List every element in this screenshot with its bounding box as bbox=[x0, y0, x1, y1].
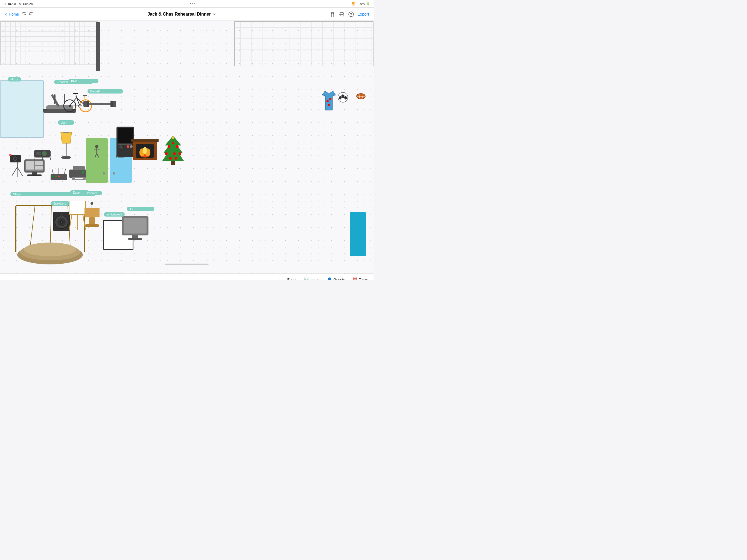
svg-line-70 bbox=[52, 169, 53, 174]
svg-rect-14 bbox=[43, 109, 47, 110]
router-item[interactable] bbox=[49, 167, 68, 183]
tab-event[interactable]: — Event bbox=[282, 277, 297, 280]
redo-button[interactable] bbox=[29, 11, 34, 17]
guests-icon: 👤 bbox=[327, 277, 332, 280]
svg-rect-146 bbox=[84, 208, 100, 218]
status-time: 11:48 AM bbox=[3, 2, 16, 5]
svg-rect-66 bbox=[35, 166, 43, 170]
svg-line-5 bbox=[340, 15, 340, 17]
podium-svg bbox=[83, 200, 101, 228]
svg-point-100 bbox=[127, 145, 129, 148]
svg-rect-34 bbox=[110, 101, 113, 107]
tab-items[interactable]: 📊 Items bbox=[304, 277, 319, 280]
football-svg bbox=[356, 91, 366, 101]
svg-rect-69 bbox=[51, 174, 67, 180]
jersey-item[interactable] bbox=[322, 90, 336, 113]
tab-guests[interactable]: 👤 Guests bbox=[327, 277, 345, 280]
help-button[interactable]: ? bbox=[348, 11, 354, 17]
svg-rect-79 bbox=[75, 178, 83, 179]
green-door-item[interactable] bbox=[86, 138, 108, 183]
svg-rect-84 bbox=[63, 132, 69, 133]
light-item[interactable]: Light bbox=[58, 125, 74, 163]
tv-item[interactable]: TV bbox=[121, 212, 149, 242]
svg-line-90 bbox=[95, 153, 97, 157]
svg-line-6 bbox=[343, 15, 343, 17]
blue-rectangle-item[interactable] bbox=[350, 212, 366, 256]
svg-rect-148 bbox=[85, 224, 99, 227]
utensils-button[interactable] bbox=[330, 11, 335, 17]
svg-rect-25 bbox=[73, 93, 78, 94]
tab-tasks[interactable]: ⏰ Tasks bbox=[353, 277, 368, 280]
status-date: Thu Sep 28 bbox=[17, 2, 32, 5]
barbell-label: Barbell bbox=[87, 89, 123, 94]
battery-icon: 🔋 bbox=[366, 2, 370, 5]
football-item[interactable] bbox=[356, 91, 366, 102]
svg-rect-151 bbox=[132, 235, 138, 238]
svg-rect-152 bbox=[128, 238, 142, 240]
monitor-item[interactable] bbox=[24, 159, 45, 179]
podium-item[interactable]: Podium bbox=[83, 196, 101, 229]
svg-line-139 bbox=[69, 215, 72, 230]
barbell-item[interactable]: Barbell bbox=[82, 94, 118, 110]
status-bar: 11:48 AM Thu Sep 28 📶 100% 🔋 bbox=[0, 0, 374, 8]
whiteboard-label: Whiteboard bbox=[104, 212, 125, 217]
mirror-item[interactable] bbox=[0, 80, 44, 138]
soccer-ball-item[interactable] bbox=[337, 92, 349, 104]
svg-point-80 bbox=[81, 171, 84, 174]
battery-label: 100% bbox=[357, 2, 365, 5]
svg-rect-68 bbox=[27, 175, 42, 176]
svg-marker-83 bbox=[61, 132, 72, 143]
utensils-icon bbox=[330, 11, 335, 17]
svg-rect-121 bbox=[171, 161, 175, 165]
svg-text:?: ? bbox=[350, 12, 352, 17]
svg-rect-64 bbox=[26, 161, 34, 170]
light-label: Light bbox=[58, 120, 74, 125]
light-svg bbox=[58, 130, 74, 162]
projector-svg bbox=[33, 147, 52, 161]
svg-point-86 bbox=[61, 156, 71, 159]
undo-icon bbox=[21, 11, 27, 17]
svg-marker-111 bbox=[162, 136, 184, 161]
tv-svg bbox=[121, 216, 149, 240]
fireplace-item[interactable] bbox=[131, 132, 159, 163]
event-icon: — bbox=[282, 277, 286, 280]
svg-rect-75 bbox=[58, 176, 60, 177]
svg-line-24 bbox=[76, 94, 77, 98]
svg-rect-77 bbox=[73, 166, 85, 170]
chevron-left-icon bbox=[4, 12, 8, 16]
tasks-icon: ⏰ bbox=[353, 277, 358, 280]
svg-point-119 bbox=[175, 157, 177, 160]
podium-label: Podium bbox=[84, 191, 102, 195]
christmas-tree-item[interactable] bbox=[161, 135, 185, 168]
male-figure-icon bbox=[93, 144, 101, 157]
svg-point-99 bbox=[119, 145, 123, 149]
svg-rect-32 bbox=[87, 101, 89, 107]
svg-point-118 bbox=[169, 157, 172, 160]
mirror-label: Mirror bbox=[8, 77, 21, 81]
canvas-area[interactable]: Mirror Treadmill Bike bbox=[0, 21, 374, 274]
svg-point-144 bbox=[91, 202, 93, 205]
svg-point-45 bbox=[329, 98, 331, 100]
nav-bar: Home Jack & Chas Rehearsal Dinner bbox=[0, 8, 374, 21]
undo-button[interactable] bbox=[21, 11, 27, 17]
seating-button[interactable] bbox=[339, 11, 345, 17]
svg-point-110 bbox=[143, 147, 147, 154]
soccer-ball-svg bbox=[337, 92, 349, 103]
svg-point-137 bbox=[61, 214, 62, 215]
dropdown-icon bbox=[212, 12, 216, 16]
router-svg bbox=[49, 167, 68, 182]
svg-point-112 bbox=[168, 145, 170, 148]
svg-line-52 bbox=[12, 167, 17, 176]
svg-point-115 bbox=[165, 152, 168, 155]
svg-point-135 bbox=[61, 222, 62, 223]
back-home-button[interactable]: Home bbox=[4, 12, 19, 17]
svg-rect-58 bbox=[36, 152, 41, 155]
speakers-label: Speakers bbox=[51, 201, 70, 206]
redo-icon bbox=[29, 11, 34, 17]
export-button[interactable]: Export bbox=[357, 12, 369, 17]
seating-icon bbox=[339, 11, 345, 17]
svg-point-130 bbox=[24, 243, 76, 256]
page-title: Jack & Chas Rehearsal Dinner bbox=[147, 12, 210, 17]
items-icon: 📊 bbox=[304, 277, 309, 280]
svg-rect-50 bbox=[9, 154, 11, 156]
